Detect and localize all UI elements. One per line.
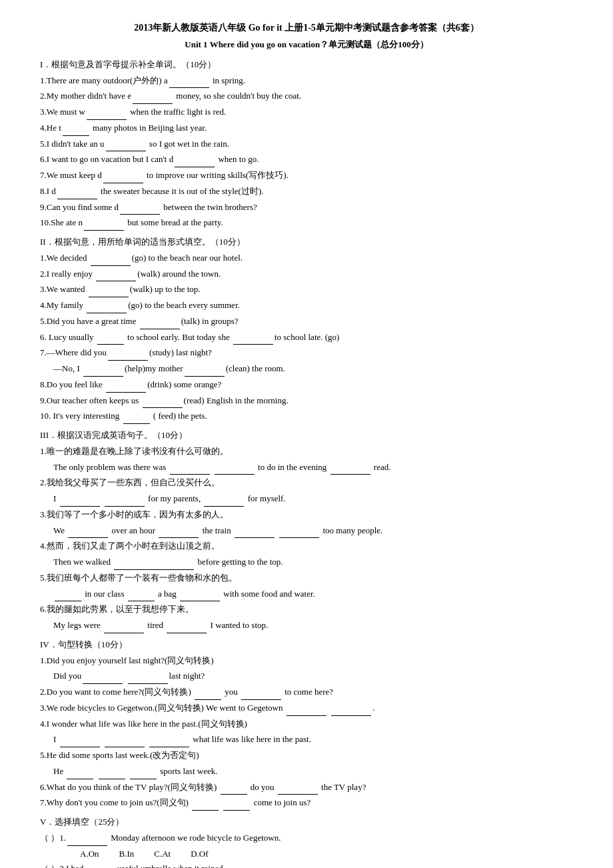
section-V-items: （ ）1. Monday afternoon we rode bicycle t… (40, 831, 573, 868)
section-III-header: III．根据汉语完成英语句子。（10分） (40, 428, 573, 443)
II-item-7b: —No, I (help)my mother(clean) the room. (40, 361, 573, 377)
III-item-5-en: in our class a bag with some food and wa… (40, 587, 573, 602)
section-II-header: II．根据句意，用所给单词的适当形式填空。（10分） (40, 235, 573, 250)
IV-item-5-conv: He sports last week. (40, 764, 573, 779)
IV-item-4-conv: I what life was like here in the past. (40, 732, 573, 747)
III-item-5-zh: 5.我们班每个人都带了一个装有一些食物和水的包。 (40, 571, 573, 586)
V-item-1-text: （ ）1. Monday afternoon we rode bicycle t… (40, 831, 573, 846)
section-III-items: 1.唯一的难题是在晚上除了读书没有什么可做的。 The only problem… (40, 444, 573, 633)
IV-item-1-orig: 1.Did you enjoy yourself last night?(同义句… (40, 653, 573, 669)
IV-item-2: 2.Do you want to come here?(同义句转换) you t… (40, 685, 573, 700)
section-IV-items: 1.Did you enjoy yourself last night?(同义句… (40, 653, 573, 811)
section-II-items: 1.We decided (go) to the beach near our … (40, 251, 573, 424)
I-item-10: 10.She ate n but some bread at the party… (40, 215, 573, 231)
III-item-2-zh: 2.我给我父母买了一些东西，但自己没买什么。 (40, 475, 573, 491)
II-item-6: 6. Lucy usually to school early. But tod… (40, 330, 573, 345)
section-IV-header: IV．句型转换（10分） (40, 637, 573, 653)
I-item-9: 9.Can you find some d between the twin b… (40, 200, 573, 215)
IV-item-3: 3.We rode bicycles to Gegetwon.(同义句转换) W… (40, 701, 573, 716)
III-item-4-zh: 4.然而，我们又走了两个小时在到达山顶之前。 (40, 539, 573, 554)
III-item-4-en: Then we walked before getting to the top… (40, 555, 573, 570)
II-item-5: 5.Did you have a great time (talk) in gr… (40, 314, 573, 329)
III-item-1-zh: 1.唯一的难题是在晚上除了读书没有什么可做的。 (40, 444, 573, 459)
III-item-3-en: We over an hour the train too many peopl… (40, 523, 573, 539)
V-item-2-text: （ ）2.I had useful umbrella when it raine… (40, 861, 573, 868)
III-item-1-en: The only problem was there was to do in … (40, 460, 573, 475)
II-item-7: 7.—Where did you(study) last night? (40, 345, 573, 361)
II-item-10: 10. It's very interesting ( feed) the pe… (40, 409, 573, 424)
IV-item-1-conv: Did you last night? (40, 669, 573, 684)
section-I-header: I．根据句意及首字母提示补全单词。（10分） (40, 57, 573, 73)
II-item-8: 8.Do you feel like (drink) some orange? (40, 377, 573, 393)
III-item-6-zh: 6.我的腿如此劳累，以至于我想停下来。 (40, 602, 573, 617)
I-item-7: 7.We must keep d to improve our writing … (40, 168, 573, 183)
II-item-4: 4.My family (go) to the beach every summ… (40, 298, 573, 313)
III-item-2-en: I for my parents, for myself. (40, 491, 573, 507)
IV-item-5-orig: 5.He did some sports last week.(改为否定句) (40, 748, 573, 763)
I-item-4: 4.He t many photos in Beijing last year. (40, 121, 573, 136)
I-item-6: 6.I want to go on vacation but I can't d… (40, 152, 573, 167)
IV-item-4-orig: 4.I wonder what life was like here in th… (40, 717, 573, 732)
II-item-2: 2.I really enjoy (walk) around the town. (40, 267, 573, 282)
I-item-1: 1.There are many outdoor(户外的) a in sprin… (40, 73, 573, 89)
page-subtitle: Unit 1 Where did you go on vacation？单元测试… (40, 37, 573, 52)
III-item-3-zh: 3.我们等了一个多小时的或车，因为有太多的人。 (40, 507, 573, 523)
I-item-8: 8.I d the sweater because it is out of t… (40, 184, 573, 199)
IV-item-7: 7.Why don't you come to join us?(同义句) co… (40, 795, 573, 811)
II-item-9: 9.Our teacher often keeps us (read) Engl… (40, 393, 573, 409)
V-item-1-options: A.OnB.InC.AtD.Of (40, 847, 573, 862)
IV-item-6: 6.What do you think of the TV play?(同义句转… (40, 780, 573, 795)
I-item-2: 2.My mother didn't have e money, so she … (40, 89, 573, 104)
II-item-1: 1.We decided (go) to the beach near our … (40, 251, 573, 266)
section-I-items: 1.There are many outdoor(户外的) a in sprin… (40, 73, 573, 231)
III-item-6-en: My legs were tired I wanted to stop. (40, 618, 573, 633)
I-item-3: 3.We must w when the traffic light is re… (40, 105, 573, 120)
section-V-header: V．选择填空（25分） (40, 815, 573, 830)
page-title: 2013年新人教版英语八年级 Go for it 上册1-5单元期中考测试题含参… (40, 20, 573, 36)
I-item-5: 5.I didn't take an u so I got wet in the… (40, 137, 573, 152)
II-item-3: 3.We wanted (walk) up to the top. (40, 282, 573, 297)
